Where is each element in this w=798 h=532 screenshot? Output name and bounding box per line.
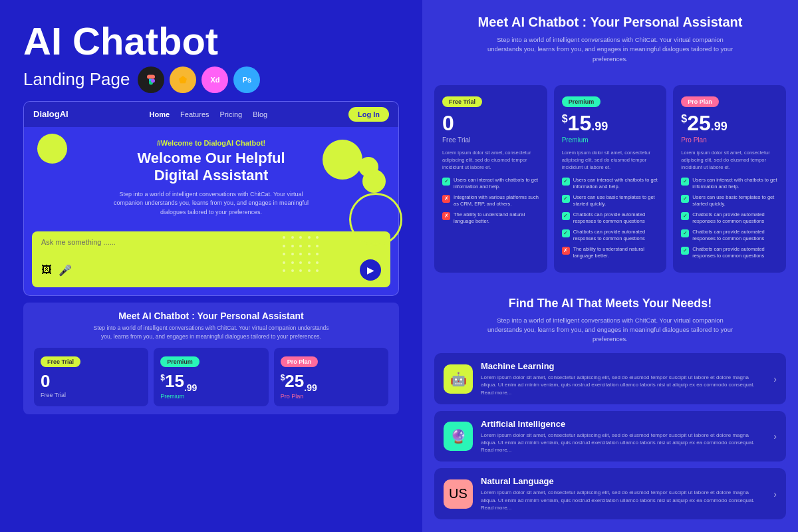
- price-desc-1: Lorem ipsum dolor sit amet, consectetur …: [562, 149, 659, 172]
- deco-dot: [316, 269, 319, 272]
- deco-dot: [299, 236, 302, 239]
- chat-placeholder: Ask me something ......: [41, 238, 381, 246]
- feature-text-2-1: Users can use basic templates to get sta…: [692, 194, 778, 208]
- ai-feature-title-0: Machine Learning: [481, 361, 765, 371]
- personal-assistant-section: Meet AI Chatbot : Your Personal Assistan…: [422, 0, 798, 76]
- feature-item-2-1: ✓Users can use basic templates to get st…: [681, 194, 778, 208]
- tier-label-pro: Pro Plan: [281, 393, 382, 400]
- hero-heading: Welcome Our HelpfulDigital Assistant: [37, 150, 385, 185]
- nav-pricing[interactable]: Pricing: [220, 110, 243, 118]
- price-badge-right-2: Pro Plan: [681, 96, 719, 107]
- chevron-right-icon: ›: [773, 489, 777, 499]
- feature-item-0-1: ✗Integration with various platforms such…: [442, 194, 539, 208]
- chat-icons-left: 🖼 🎤: [41, 264, 72, 277]
- price-big-0: 0: [442, 112, 539, 134]
- nav-blog[interactable]: Blog: [253, 110, 267, 118]
- price-premium: $15.99: [160, 371, 261, 393]
- price-pro: $25.99: [281, 371, 382, 393]
- hero-desc: Step into a world of intelligent convers…: [105, 190, 318, 217]
- left-bottom-title: Meet AI Chatbot : Your Personal Assistan…: [34, 311, 388, 321]
- deco-dot: [283, 253, 285, 255]
- feature-item-1-0: ✓Users can interact with chatbots to get…: [562, 177, 659, 191]
- ai-feature-desc-0: Lorem ipsum dolor sit amet, consectetur …: [481, 374, 765, 396]
- ai-feature-card-1[interactable]: 🔮Artificial IntelligenceLorem ipsum dolo…: [434, 411, 786, 462]
- feature-item-2-4: ✓Chatbots can provide automated response…: [681, 246, 778, 260]
- login-button[interactable]: Log In: [348, 107, 389, 122]
- deco-dot: [316, 245, 319, 247]
- price-free: 0: [41, 371, 142, 392]
- browser-mockup: DialogAI Home Features Pricing Blog Log …: [23, 101, 399, 296]
- feature-check-2-4: ✓: [681, 247, 689, 255]
- feature-item-1-4: ✗The ability to understand natural langu…: [562, 246, 659, 260]
- ai-feature-icon-1: 🔮: [444, 422, 473, 451]
- price-card-free: Free Trial 0 Free Trial: [34, 348, 148, 406]
- sketch-icon: [170, 66, 196, 93]
- price-desc-0: Lorem ipsum dolor sit amet, consectetur …: [442, 149, 539, 172]
- xd-icon: Xd: [201, 66, 228, 93]
- tier-label-right-1: Premium: [562, 136, 659, 144]
- main-title: AI Chatbot: [23, 20, 399, 63]
- left-bottom-section: Meet AI Chatbot : Your Personal Assistan…: [23, 303, 399, 414]
- price-card-right-2: Pro Plan$25.99Pro PlanLorem ipsum dolor …: [673, 85, 786, 273]
- feature-check-0-2: ✗: [442, 212, 450, 220]
- price-badge-right-0: Free Trial: [442, 96, 482, 107]
- deco-dot: [316, 261, 319, 264]
- pricing-cards-mini: Free Trial 0 Free Trial Premium $15.99 P…: [34, 348, 388, 406]
- ai-feature-content-0: Machine LearningLorem ipsum dolor sit am…: [481, 361, 765, 396]
- ai-feature-card-2[interactable]: USNatural LanguageLorem ipsum dolor sit …: [434, 468, 786, 519]
- ai-feature-title-1: Artificial Intelligence: [481, 419, 765, 429]
- feature-check-1-1: ✓: [562, 195, 570, 203]
- deco-dot: [283, 245, 285, 247]
- chevron-right-icon: ›: [773, 374, 777, 384]
- price-card-pro: Pro Plan $25.99 Pro Plan: [274, 348, 388, 406]
- feature-text-0-0: Users can interact with chatbots to get …: [454, 177, 539, 191]
- deco-dot: [316, 236, 319, 239]
- ai-feature-desc-1: Lorem ipsum dolor sit amet, consectetur …: [481, 432, 765, 454]
- tool-icons: Xd Ps: [138, 66, 260, 93]
- subtitle-text: Landing Page: [23, 69, 130, 90]
- personal-assistant-title: Meet AI Chatbot : Your Personal Assistan…: [441, 15, 779, 30]
- send-button[interactable]: ▶: [360, 259, 381, 281]
- ai-feature-content-1: Artificial IntelligenceLorem ipsum dolor…: [481, 419, 765, 454]
- feature-check-2-1: ✓: [681, 195, 689, 203]
- feature-list-1: ✓Users can interact with chatbots to get…: [562, 177, 659, 260]
- chat-input-area[interactable]: Ask me something ...... 🖼 🎤 ▶: [32, 231, 390, 287]
- feature-check-1-2: ✓: [562, 212, 570, 220]
- deco-dot: [299, 269, 302, 272]
- deco-dot: [299, 253, 302, 255]
- feature-list-2: ✓Users can interact with chatbots to get…: [681, 177, 778, 260]
- feature-text-0-2: The ability to understand natural langua…: [454, 211, 539, 225]
- image-icon[interactable]: 🖼: [41, 264, 52, 276]
- mic-icon[interactable]: 🎤: [59, 264, 72, 277]
- feature-list-0: ✓Users can interact with chatbots to get…: [442, 177, 539, 225]
- figma-icon: [138, 66, 164, 93]
- nav-features[interactable]: Features: [180, 110, 209, 118]
- right-panel: Meet AI Chatbot : Your Personal Assistan…: [422, 0, 798, 532]
- deco-dot: [283, 261, 285, 264]
- ai-feature-content-2: Natural LanguageLorem ipsum dolor sit am…: [481, 476, 765, 511]
- personal-assistant-desc: Step into a world of intelligent convers…: [484, 35, 737, 64]
- ai-feature-card-0[interactable]: 🤖Machine LearningLorem ipsum dolor sit a…: [434, 353, 786, 404]
- price-card-right-1: Premium$15.99PremiumLorem ipsum dolor si…: [554, 85, 667, 273]
- price-card-premium: Premium $15.99 Premium: [154, 348, 268, 406]
- badge-pro: Pro Plan: [281, 356, 319, 367]
- left-bottom-desc: Step into a world of intelligent convers…: [92, 324, 331, 341]
- find-ai-section: Find The AI That Meets Your Needs! Step …: [422, 285, 798, 354]
- deco-dot: [308, 269, 311, 272]
- feature-text-2-4: Chatbots can provide automated responses…: [692, 246, 778, 260]
- nav-home[interactable]: Home: [150, 110, 170, 118]
- deco-dotted-pattern: [283, 236, 323, 276]
- ai-feature-title-2: Natural Language: [481, 476, 765, 486]
- feature-check-1-0: ✓: [562, 178, 570, 186]
- feature-item-0-0: ✓Users can interact with chatbots to get…: [442, 177, 539, 191]
- feature-item-2-2: ✓Chatbots can provide automated response…: [681, 211, 778, 225]
- deco-dot: [308, 261, 311, 264]
- feature-item-1-1: ✓Users can use basic templates to get st…: [562, 194, 659, 208]
- feature-text-1-0: Users can interact with chatbots to get …: [573, 177, 659, 191]
- feature-text-1-4: The ability to understand natural langua…: [573, 246, 659, 260]
- deco-dot: [291, 245, 294, 247]
- deco-dot: [291, 236, 294, 239]
- deco-dot: [308, 253, 311, 255]
- price-badge-right-1: Premium: [562, 96, 601, 107]
- find-ai-title: Find The AI That Meets Your Needs!: [441, 297, 779, 311]
